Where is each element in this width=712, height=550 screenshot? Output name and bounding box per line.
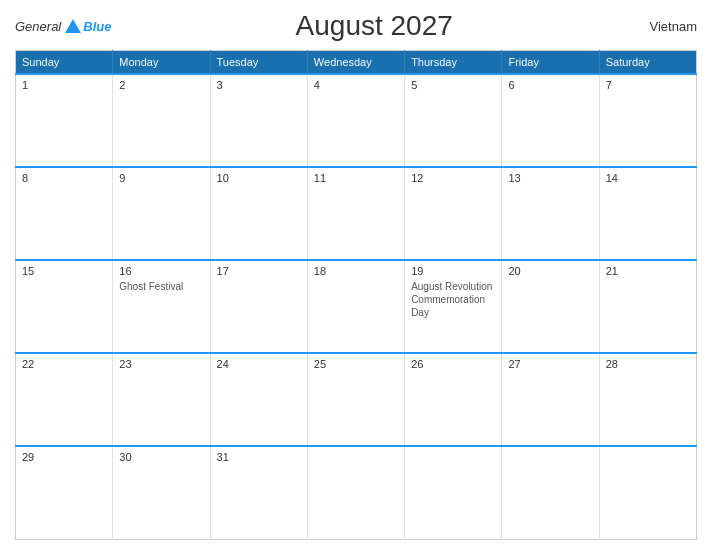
- day-number: 2: [119, 79, 203, 91]
- day-number: 9: [119, 172, 203, 184]
- calendar-cell: 3: [210, 74, 307, 167]
- day-number: 18: [314, 265, 398, 277]
- calendar-cell: 30: [113, 446, 210, 539]
- day-number: 4: [314, 79, 398, 91]
- calendar-cell: 5: [405, 74, 502, 167]
- calendar-cell: [502, 446, 599, 539]
- day-number: 3: [217, 79, 301, 91]
- calendar-page: General Blue August 2027 Vietnam Sunday …: [0, 0, 712, 550]
- day-number: 24: [217, 358, 301, 370]
- calendar-cell: 7: [599, 74, 696, 167]
- calendar-cell: 24: [210, 353, 307, 446]
- event-label: Ghost Festival: [119, 280, 203, 293]
- calendar-cell: 10: [210, 167, 307, 260]
- header: General Blue August 2027 Vietnam: [15, 10, 697, 42]
- calendar-cell: 26: [405, 353, 502, 446]
- calendar-cell: 29: [16, 446, 113, 539]
- calendar-cell: 8: [16, 167, 113, 260]
- day-number: 22: [22, 358, 106, 370]
- logo-blue-text: Blue: [83, 19, 111, 34]
- calendar-cell: [599, 446, 696, 539]
- day-number: 17: [217, 265, 301, 277]
- header-wednesday: Wednesday: [307, 51, 404, 75]
- logo: General Blue: [15, 19, 111, 34]
- calendar-cell: 1: [16, 74, 113, 167]
- calendar-cell: [307, 446, 404, 539]
- weekday-header-row: Sunday Monday Tuesday Wednesday Thursday…: [16, 51, 697, 75]
- day-number: 31: [217, 451, 301, 463]
- calendar-cell: 18: [307, 260, 404, 353]
- day-number: 5: [411, 79, 495, 91]
- day-number: 12: [411, 172, 495, 184]
- day-number: 28: [606, 358, 690, 370]
- header-tuesday: Tuesday: [210, 51, 307, 75]
- day-number: 19: [411, 265, 495, 277]
- calendar-cell: 22: [16, 353, 113, 446]
- day-number: 8: [22, 172, 106, 184]
- day-number: 26: [411, 358, 495, 370]
- day-number: 29: [22, 451, 106, 463]
- day-number: 20: [508, 265, 592, 277]
- day-number: 7: [606, 79, 690, 91]
- calendar-cell: 25: [307, 353, 404, 446]
- calendar-cell: 13: [502, 167, 599, 260]
- calendar-week-row: 293031: [16, 446, 697, 539]
- calendar-week-row: 1516Ghost Festival171819August Revolutio…: [16, 260, 697, 353]
- calendar-cell: 31: [210, 446, 307, 539]
- calendar-cell: 4: [307, 74, 404, 167]
- day-number: 1: [22, 79, 106, 91]
- calendar-cell: [405, 446, 502, 539]
- month-title: August 2027: [111, 10, 637, 42]
- calendar-week-row: 891011121314: [16, 167, 697, 260]
- day-number: 30: [119, 451, 203, 463]
- calendar-cell: 23: [113, 353, 210, 446]
- day-number: 6: [508, 79, 592, 91]
- calendar-week-row: 1234567: [16, 74, 697, 167]
- day-number: 21: [606, 265, 690, 277]
- day-number: 27: [508, 358, 592, 370]
- calendar-week-row: 22232425262728: [16, 353, 697, 446]
- calendar-cell: 21: [599, 260, 696, 353]
- event-label: August Revolution Commemoration Day: [411, 280, 495, 319]
- calendar-cell: 20: [502, 260, 599, 353]
- calendar-cell: 14: [599, 167, 696, 260]
- header-sunday: Sunday: [16, 51, 113, 75]
- day-number: 23: [119, 358, 203, 370]
- calendar-cell: 28: [599, 353, 696, 446]
- calendar-cell: 11: [307, 167, 404, 260]
- calendar-cell: 16Ghost Festival: [113, 260, 210, 353]
- day-number: 16: [119, 265, 203, 277]
- calendar-cell: 17: [210, 260, 307, 353]
- calendar-cell: 9: [113, 167, 210, 260]
- header-saturday: Saturday: [599, 51, 696, 75]
- day-number: 14: [606, 172, 690, 184]
- calendar-cell: 6: [502, 74, 599, 167]
- header-friday: Friday: [502, 51, 599, 75]
- day-number: 15: [22, 265, 106, 277]
- logo-general-text: General: [15, 19, 61, 34]
- logo-triangle-icon: [65, 19, 81, 33]
- calendar-cell: 27: [502, 353, 599, 446]
- day-number: 13: [508, 172, 592, 184]
- country-label: Vietnam: [637, 19, 697, 34]
- header-thursday: Thursday: [405, 51, 502, 75]
- calendar-cell: 2: [113, 74, 210, 167]
- header-monday: Monday: [113, 51, 210, 75]
- calendar-cell: 12: [405, 167, 502, 260]
- calendar-table: Sunday Monday Tuesday Wednesday Thursday…: [15, 50, 697, 540]
- day-number: 11: [314, 172, 398, 184]
- day-number: 25: [314, 358, 398, 370]
- day-number: 10: [217, 172, 301, 184]
- calendar-cell: 19August Revolution Commemoration Day: [405, 260, 502, 353]
- calendar-cell: 15: [16, 260, 113, 353]
